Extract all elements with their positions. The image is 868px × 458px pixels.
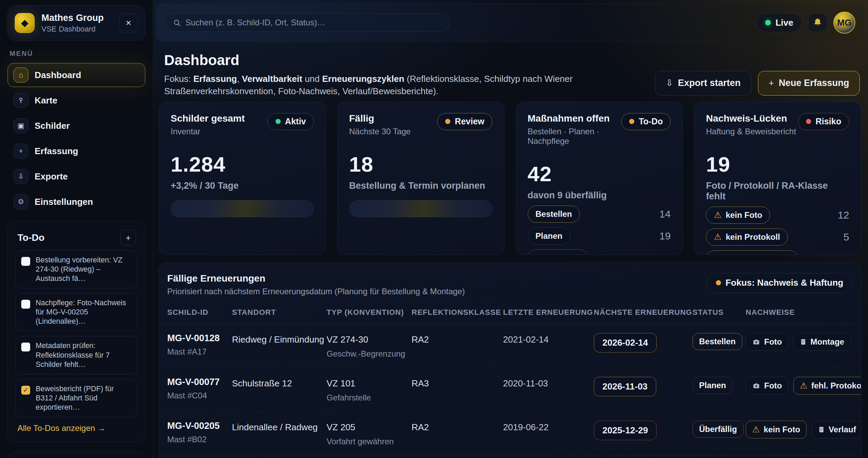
brand-subtitle: VSE Dashboard: [41, 25, 112, 34]
cell-status: Planen: [693, 377, 746, 394]
main-menu: ⌂DashboardKarte▣Schilder+Erfassung⇩Expor…: [8, 63, 145, 214]
stat-card: FälligNächste 30 TageReview18Bestellung …: [337, 102, 504, 255]
stat-pill[interactable]: ⚠keine RA-Klasse: [706, 250, 798, 255]
stat-card-title: Fällig: [349, 113, 411, 124]
cell-standort: Lindenallee / Radweg: [232, 422, 327, 433]
proof-chip[interactable]: Montage: [793, 333, 851, 351]
status-chip: Planen: [693, 377, 733, 394]
status-badge-label: To-Do: [639, 116, 663, 126]
new-record-button-label: Neue Erfassung: [779, 78, 849, 88]
stat-pill-count: 19: [659, 230, 671, 242]
download-icon: ⇩: [13, 169, 28, 184]
proof-chip[interactable]: Foto: [746, 333, 788, 351]
schild-id: MG-V-00205: [167, 421, 232, 431]
todo-item[interactable]: Metadaten prüfen: Reflektionsklasse für …: [15, 336, 137, 374]
sidebar-item-karte[interactable]: Karte: [8, 88, 145, 112]
stat-pill[interactable]: ⚠kein Foto: [706, 207, 770, 224]
new-record-button[interactable]: + Neue Erfassung: [758, 71, 860, 96]
sidebar-item-label: Erfassung: [35, 146, 78, 157]
version-card: Version v1.0.0-Espresso: [8, 451, 145, 458]
stat-card-header: Schilder gesamtInventarAktiv: [171, 113, 314, 136]
focus-badge-label: Fokus: Nachweis & Haftung: [725, 277, 843, 288]
cell-nachweise: ⚠kein FotoVerlauf: [746, 421, 861, 438]
close-icon: ×: [126, 17, 131, 28]
stat-pill-count: 5: [843, 231, 849, 243]
stat-pill[interactable]: Planen: [528, 227, 571, 245]
next-date-chip: 2026-02-14: [594, 333, 657, 352]
typ-code: VZ 205: [327, 422, 412, 433]
table-row[interactable]: MG-V-00111Mast #D09B312 / Abfahrt SüdVZ …: [159, 455, 861, 458]
stat-card-title: Nachweis-Lücken: [706, 113, 796, 124]
stat-pill[interactable]: Bestellen: [528, 206, 580, 223]
download-icon: ⇩: [665, 78, 673, 88]
stat-breakdown-row: Nachpflege9: [528, 249, 671, 255]
table-row[interactable]: MG-V-00205Mast #B02Lindenallee / RadwegV…: [159, 411, 861, 455]
search-container: [165, 13, 450, 32]
proof-chip-label: Montage: [810, 337, 844, 347]
avatar[interactable]: MG: [833, 12, 855, 34]
todo-checkbox[interactable]: [21, 300, 30, 309]
sidebar-item-erfassung[interactable]: +Erfassung: [8, 139, 145, 163]
live-status-badge: Live: [757, 13, 802, 32]
stat-card-title: Schilder gesamt: [171, 113, 245, 124]
table-row[interactable]: MG-V-00128Mast #A17Riedweg / EinmündungV…: [159, 324, 861, 368]
camera-icon: [752, 338, 760, 346]
stat-breakdown-row: ⚠keine RA-Klasse2: [706, 250, 849, 255]
sidebar-item-label: Exporte: [35, 171, 68, 182]
sidebar-close-button[interactable]: ×: [119, 13, 138, 33]
subtitle-segment: Erneuerungszyklen: [322, 74, 404, 84]
stat-pill-label: kein Foto: [726, 210, 762, 220]
todo-panel: To-Do + Bestellung vorbereiten: VZ 274-3…: [8, 221, 145, 442]
cell-naechste-erneuerung: 2026-02-14: [594, 333, 693, 352]
sidebar-item-schilder[interactable]: ▣Schilder: [8, 114, 145, 138]
typ-code: VZ 274-30: [327, 334, 412, 345]
export-button-label: Export starten: [678, 78, 741, 88]
table-row[interactable]: MG-V-00077Mast #C04Schulstraße 12VZ 101G…: [159, 368, 861, 411]
export-button[interactable]: ⇩ Export starten: [655, 71, 751, 96]
table-body: MG-V-00128Mast #A17Riedweg / EinmündungV…: [159, 324, 861, 458]
notifications-button[interactable]: [808, 13, 827, 32]
column-header: LETZTE ERNEUERUNG: [503, 308, 594, 317]
proof-chip[interactable]: ⚠fehl. Protokoll: [793, 377, 861, 395]
stat-card-titles: FälligNächste 30 Tage: [349, 113, 411, 136]
todo-show-all-link[interactable]: Alle To-Dos anzeigen →: [17, 423, 106, 433]
cell-letzte-erneuerung: 2019-06-22: [503, 422, 594, 433]
proof-chip[interactable]: Verlauf: [811, 421, 861, 438]
warn-icon: ⚠: [714, 211, 721, 219]
brand-text: Mathes Group VSE Dashboard: [41, 13, 112, 34]
cell-status: Überfällig: [693, 421, 746, 438]
todo-checkbox[interactable]: [21, 343, 30, 351]
cell-standort: Riedweg / Einmündung: [232, 334, 327, 345]
stat-value: 1.284: [171, 152, 314, 176]
gear-icon: ⚙: [13, 194, 28, 209]
stat-card-titles: Maßnahmen offenBestellen · Planen · Nach…: [528, 113, 621, 146]
todo-item[interactable]: Bestellung vorbereiten: VZ 274-30 (Riedw…: [15, 250, 137, 288]
stat-card-subtitle: Bestellen · Planen · Nachpflege: [528, 127, 621, 146]
sidebar-item-label: Karte: [35, 95, 57, 106]
todo-add-button[interactable]: +: [120, 230, 136, 246]
todo-item[interactable]: ✓Beweisbericht (PDF) für B312 / Abfahrt …: [15, 379, 137, 417]
status-chip: Bestellen: [693, 333, 742, 350]
todo-item[interactable]: Nachpflege: Foto-Nachweis für MG-V-00205…: [15, 293, 137, 331]
proof-chip[interactable]: ⚠kein Foto: [746, 421, 807, 438]
stat-breakdown-row: ⚠kein Foto12: [706, 207, 849, 224]
todo-checkbox[interactable]: ✓: [21, 386, 30, 395]
proof-chip[interactable]: Foto: [746, 377, 788, 395]
stat-pill[interactable]: Nachpflege: [528, 249, 588, 255]
cell-nachweise: FotoMontage: [746, 333, 853, 351]
sidebar-item-dashboard[interactable]: ⌂Dashboard: [8, 63, 145, 87]
stat-card-titles: Nachweis-LückenHaftung & Beweisbericht: [706, 113, 796, 136]
search-input[interactable]: [165, 13, 450, 32]
sidebar-item-label: Dashboard: [35, 70, 81, 81]
cell-schild-id: MG-V-00128Mast #A17: [167, 333, 232, 357]
stat-card-title: Maßnahmen offen: [528, 113, 621, 124]
sidebar-item-exporte[interactable]: ⇩Exporte: [8, 164, 145, 188]
stat-card-header: Maßnahmen offenBestellen · Planen · Nach…: [528, 113, 671, 146]
stat-pill[interactable]: ⚠kein Protokoll: [706, 228, 788, 246]
page-title: Dashboard: [164, 52, 655, 69]
typ-beschreibung: Vorfahrt gewähren: [327, 437, 412, 446]
doc-icon: [818, 425, 825, 434]
todo-checkbox[interactable]: [21, 257, 30, 266]
renewals-title: Fällige Erneuerungen: [167, 273, 465, 284]
sidebar-item-einstellungen[interactable]: ⚙Einstellungen: [8, 190, 145, 214]
